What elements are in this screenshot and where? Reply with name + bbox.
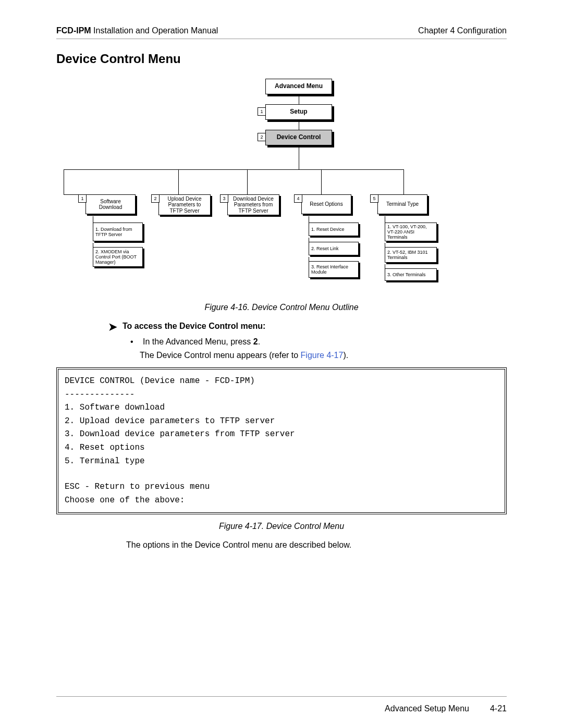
box-download-params: Download Device Parameters from TFTP Ser… — [227, 194, 279, 215]
opt-vt52: 2. VT-52, IBM 3101 Terminals — [385, 247, 437, 263]
box-setup: Setup 1 — [265, 104, 332, 120]
footer-page-number: 4-21 — [490, 704, 507, 713]
product-name: FCD-IPM — [56, 26, 91, 35]
opt-reset-device: 1. Reset Device — [309, 223, 359, 236]
term-line: DEVICE CONTROL (Device name - FCD-IPM) — [65, 375, 498, 388]
term-line: Choose one of the above: — [65, 494, 498, 508]
num-tag: 3 — [220, 194, 228, 203]
opt-reset-interface: 3. Reset Interface Module — [309, 261, 359, 278]
procedure-result: The Device Control menu appears (refer t… — [140, 351, 507, 360]
procedure-step: • In the Advanced Menu, press 2. — [130, 337, 507, 347]
box-upload-params: Upload Device Parameters to TFTP Server … — [158, 194, 211, 215]
opt-vt100: 1. VT-100, VT-200, VT-220 ANSI Terminals — [385, 223, 437, 241]
figure-17-caption: Figure 4-17. Device Control Menu — [56, 522, 507, 531]
bullet-icon: • — [130, 337, 133, 346]
menu-tree-diagram: Advanced Menu Setup 1 Device Control 2 S… — [56, 76, 507, 300]
box-advanced-menu: Advanced Menu — [265, 79, 332, 94]
box-reset-options: Reset Options 4 — [301, 194, 351, 214]
box-device-control: Device Control 2 — [265, 130, 332, 145]
num-tag: 2 — [151, 194, 160, 203]
opt-reset-link: 2. Reset Link — [309, 242, 359, 255]
figure-17-link[interactable]: Figure 4-17 — [301, 351, 344, 360]
terminal-screen: DEVICE CONTROL (Device name - FCD-IPM) -… — [56, 367, 507, 514]
term-line: 5. Terminal type — [65, 455, 498, 468]
term-line: 1. Software download — [65, 401, 498, 415]
term-line: 4. Reset options — [65, 441, 498, 455]
box-software-download: Software Download 1 — [85, 194, 136, 214]
instructions: ➤ To access the Device Control menu: • I… — [106, 322, 507, 360]
header-left: FCD-IPM Installation and Operation Manua… — [56, 26, 218, 35]
arrow-icon: ➤ — [108, 322, 117, 332]
page-footer: Advanced Setup Menu 4-21 — [56, 704, 507, 713]
opt-other-terminals: 3. Other Terminals — [385, 268, 437, 281]
term-line: 3. Download device parameters from TFTP … — [65, 428, 498, 441]
footer-section: Advanced Setup Menu — [385, 704, 469, 713]
figure-16-caption: Figure 4-16. Device Control Menu Outline — [56, 303, 507, 312]
section-title: Device Control Menu — [56, 52, 507, 66]
term-line: -------------- — [65, 388, 498, 402]
term-line: ESC - Return to previous menu — [65, 480, 498, 494]
footer-rule — [56, 696, 507, 697]
opt-download-tftp: 1. Download from TFTP Server — [93, 223, 143, 241]
num-tag: 2 — [258, 133, 266, 141]
doc-title: Installation and Operation Manual — [91, 26, 218, 35]
box-terminal-type: Terminal Type 5 — [377, 194, 427, 214]
num-tag: 1 — [78, 194, 87, 203]
term-line: 2. Upload device parameters to TFTP serv… — [65, 415, 498, 428]
opt-xmodem: 2. XMODEM via Control Port (BOOT Manager… — [93, 247, 143, 267]
num-tag: 1 — [258, 107, 266, 116]
procedure-heading: ➤ To access the Device Control menu: — [106, 322, 507, 332]
num-tag: 5 — [370, 194, 378, 203]
header-chapter: Chapter 4 Configuration — [418, 26, 507, 35]
num-tag: 4 — [294, 194, 302, 203]
page-header: FCD-IPM Installation and Operation Manua… — [56, 26, 507, 39]
outro-text: The options in the Device Control menu a… — [126, 540, 507, 550]
